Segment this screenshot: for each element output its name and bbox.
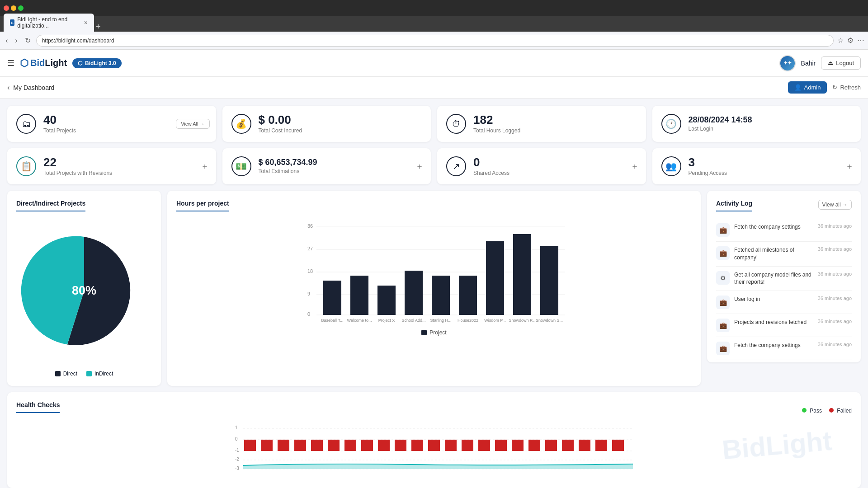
app-header-left: ☰ ⬡ BidLight ⬡ BidLight 3.0 — [7, 57, 122, 69]
stat-card-total-projects: 🗂 40 Total Projects View All → — [7, 106, 216, 142]
pie-direct-pct-label: 80% — [72, 284, 96, 297]
browser-toolbar: ‹ › ↻ https://bidlight.com/dashboard ☆ ⚙… — [0, 32, 868, 50]
version-badge-button[interactable]: ⬡ BidLight 3.0 — [72, 58, 122, 68]
refresh-icon: ↻ — [832, 84, 837, 91]
breadcrumb-back-button[interactable]: ‹ — [7, 84, 9, 92]
health-bar-21 — [579, 440, 590, 451]
fail-dot — [829, 408, 834, 413]
activity-item-icon: 💼 — [716, 246, 730, 260]
browser-tab-bar: B BidLight - end to end digitalizatio...… — [0, 16, 868, 32]
stat-card-revisions: 📋 22 Total Projects with Revisions ＋ — [7, 148, 216, 184]
activity-item-time: 36 minutes ago — [818, 296, 852, 301]
url-bar[interactable]: https://bidlight.com/dashboard — [36, 35, 834, 47]
pie-chart-svg: 80% 20% — [16, 223, 152, 359]
revisions-number: 22 — [43, 156, 207, 168]
add-revisions-button[interactable]: ＋ — [201, 161, 209, 172]
add-shared-access-button[interactable]: ＋ — [631, 161, 639, 172]
health-y-0: 0 — [235, 436, 238, 441]
revisions-icon: 📋 — [16, 156, 36, 176]
add-estimations-button[interactable]: ＋ — [415, 161, 424, 172]
activity-list-item: 💼 User log in 36 minutes ago — [716, 291, 852, 314]
extensions-icon[interactable]: ⚙ — [847, 36, 854, 45]
stat-card-total-hours: ⏱ 182 Total Hours Logged — [437, 106, 646, 142]
maximize-window-button[interactable] — [18, 5, 24, 11]
bar-chart-legend: Project — [176, 329, 692, 336]
health-bar-12 — [428, 440, 440, 451]
activity-item-text: Get all company model files and their re… — [734, 271, 813, 286]
x-label-baseball: Baseball T... — [321, 318, 344, 323]
admin-label: Admin — [804, 84, 821, 91]
bar-starling — [432, 276, 450, 315]
active-browser-tab[interactable]: B BidLight - end to end digitalizatio...… — [4, 14, 94, 32]
stat-info-last-login: 28/08/2024 14:58 Last Login — [689, 116, 852, 132]
health-checks-panel: Health Checks Pass Failed 1 — [7, 392, 861, 488]
health-bar-11 — [411, 440, 423, 451]
last-login-number: 28/08/2024 14:58 — [689, 116, 852, 124]
estimations-icon: 💵 — [231, 156, 251, 176]
pass-legend: Pass — [802, 408, 822, 414]
app-header: ☰ ⬡ BidLight ⬡ BidLight 3.0 ✦✦ Bahir ⏏ L… — [0, 50, 868, 77]
cost-icon: 💰 — [231, 114, 251, 134]
avatar: ✦✦ — [779, 55, 796, 71]
projects-icon: 🗂 — [16, 114, 36, 134]
activity-item-text: Fetch the company settings — [734, 342, 813, 349]
forward-button[interactable]: › — [13, 35, 19, 47]
y-label-9: 9 — [307, 291, 310, 296]
reload-button[interactable]: ↻ — [23, 34, 33, 47]
health-bar-14 — [462, 440, 473, 451]
x-label-snowdown-s: Snowdown S... — [536, 318, 563, 323]
logout-button[interactable]: ⏏ Logout — [821, 56, 861, 70]
back-button[interactable]: ‹ — [4, 35, 9, 47]
activity-item-icon: 💼 — [716, 342, 730, 355]
stats-row-2: 📋 22 Total Projects with Revisions ＋ 💵 $… — [7, 148, 861, 184]
minimize-window-button[interactable] — [11, 5, 16, 11]
estimations-number: $ 60,653,734.99 — [259, 158, 422, 166]
health-bar-22 — [595, 440, 607, 451]
view-all-projects-button[interactable]: View All → — [176, 119, 209, 129]
close-window-button[interactable] — [4, 5, 9, 11]
main-content: 🗂 40 Total Projects View All → 💰 $ 0.00 … — [0, 99, 868, 488]
stat-info-revisions: 22 Total Projects with Revisions — [43, 156, 207, 176]
login-icon: 🕐 — [661, 114, 681, 134]
add-pending-access-button[interactable]: ＋ — [845, 161, 854, 172]
health-bar-6 — [328, 440, 340, 451]
charts-row: Direct/Indirect Projects 80% 20% — [7, 191, 861, 386]
activity-list-item: ⚙ Get all company model files and their … — [716, 360, 852, 362]
bar-legend-dot — [421, 330, 427, 335]
bar-chart-title: Hours per project — [176, 200, 229, 211]
refresh-button[interactable]: ↻ Refresh — [832, 84, 861, 91]
activity-item-text: Fetched all milestones of company! — [734, 246, 813, 262]
y-label-0: 0 — [307, 311, 310, 317]
activity-item-icon: 💼 — [716, 223, 730, 237]
activity-item-time: 36 minutes ago — [818, 342, 852, 347]
health-bar-19 — [545, 440, 557, 451]
health-bar-3 — [278, 440, 289, 451]
health-checks-title: Health Checks — [16, 401, 60, 413]
tab-title: BidLight - end to end digitalizatio... — [17, 16, 78, 29]
health-bar-9 — [378, 440, 390, 451]
menu-icon[interactable]: ⋯ — [857, 36, 864, 45]
pending-access-number: 3 — [689, 156, 852, 168]
activity-log-list: 💼 Fetch the company settings 36 minutes … — [716, 219, 852, 362]
view-all-projects-label: View All → — [181, 121, 204, 127]
sidebar-toggle-button[interactable]: ☰ — [7, 58, 14, 68]
activity-list-item: 💼 Fetch the company settings 36 minutes … — [716, 219, 852, 242]
pending-access-icon: 👥 — [661, 156, 681, 176]
bar-snowdown-p — [513, 234, 531, 315]
x-label-house: House2022 — [458, 318, 478, 323]
sub-header-right: 👤 Admin ↻ Refresh — [788, 81, 861, 94]
user-name: Bahir — [801, 60, 816, 67]
bar-wisdom — [486, 241, 504, 315]
legend-direct-dot — [55, 371, 61, 376]
health-checks-header: Health Checks Pass Failed — [16, 401, 852, 420]
bookmark-icon[interactable]: ☆ — [837, 36, 844, 45]
admin-button[interactable]: 👤 Admin — [788, 81, 827, 94]
new-tab-button[interactable]: + — [96, 22, 101, 32]
view-all-activity-button[interactable]: View all → — [818, 200, 852, 210]
health-bar-18 — [528, 440, 540, 451]
fail-legend: Failed — [829, 408, 852, 414]
health-bar-20 — [562, 440, 574, 451]
view-all-activity-label: View all → — [822, 202, 848, 208]
health-y-minus2: -2 — [235, 457, 239, 462]
tab-close-button[interactable]: × — [84, 19, 88, 26]
